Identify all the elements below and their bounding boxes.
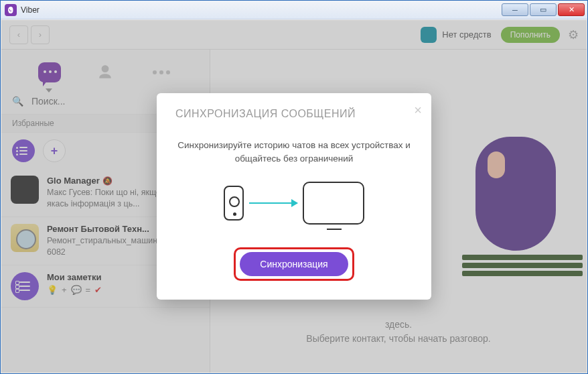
app-icon: [5, 4, 17, 16]
close-icon[interactable]: ×: [414, 103, 422, 118]
titlebar: Viber ─ ▭ ✕: [1, 1, 587, 19]
minimize-button[interactable]: ─: [502, 3, 528, 16]
monitor-icon: [303, 182, 364, 225]
window-frame: Viber ─ ▭ ✕ ‹ › Нет средств Пополнить ⚙: [0, 0, 588, 374]
arrow-icon: [249, 202, 297, 204]
sync-button-highlight: Синхронизация: [234, 247, 354, 281]
modal-description: Синхронизируйте историю чатов на всех ус…: [175, 139, 413, 165]
sync-button[interactable]: Синхронизация: [240, 252, 348, 276]
window-controls: ─ ▭ ✕: [500, 3, 585, 16]
modal-title: СИНХРОНИЗАЦИЯ СООБЩЕНИЙ: [175, 108, 413, 120]
phone-icon: [224, 186, 244, 221]
sync-diagram: [175, 182, 413, 225]
window-title: Viber: [21, 5, 500, 15]
modal-backdrop: × СИНХРОНИЗАЦИЯ СООБЩЕНИЙ Синхронизируйт…: [1, 20, 587, 373]
close-button[interactable]: ✕: [558, 3, 585, 16]
maximize-button[interactable]: ▭: [530, 3, 557, 16]
sync-modal: × СИНХРОНИЗАЦИЯ СООБЩЕНИЙ Синхронизируйт…: [157, 93, 431, 299]
